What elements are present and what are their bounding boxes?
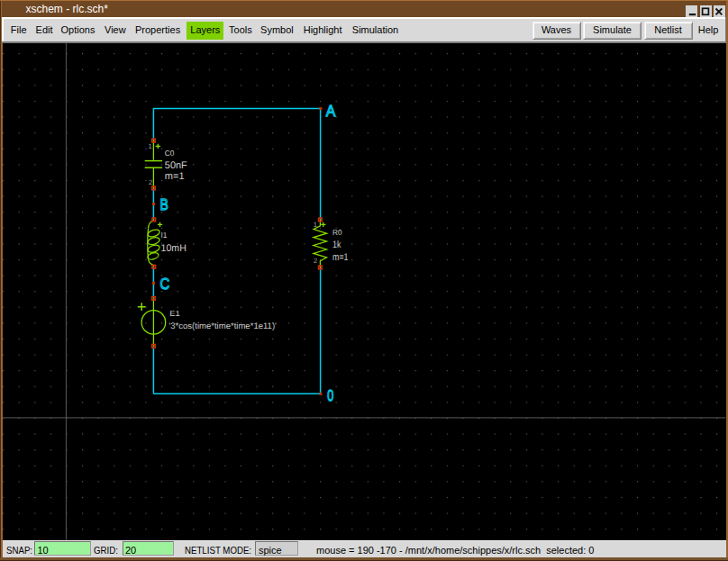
- svg-text:2: 2: [314, 257, 317, 265]
- svg-text:m=1: m=1: [332, 252, 349, 263]
- svg-text:R0: R0: [332, 228, 342, 237]
- svg-text:m=1: m=1: [165, 171, 185, 182]
- svg-text:1: 1: [149, 142, 152, 150]
- svg-text:1k: 1k: [332, 240, 341, 250]
- svg-text:E1: E1: [169, 309, 180, 318]
- svg-text:A: A: [326, 102, 336, 120]
- svg-text:C0: C0: [165, 149, 175, 158]
- svg-text:l1: l1: [161, 231, 168, 240]
- svg-text:B: B: [160, 195, 168, 213]
- svg-text:10mH: 10mH: [161, 243, 187, 254]
- svg-text:'3*cos(time*time*time*1e11)': '3*cos(time*time*time*1e11)': [168, 321, 277, 331]
- svg-text:50nF: 50nF: [165, 160, 187, 171]
- svg-text:1: 1: [314, 221, 317, 229]
- svg-text:0: 0: [327, 386, 333, 404]
- svg-text:C: C: [160, 275, 170, 293]
- svg-text:2: 2: [149, 178, 152, 186]
